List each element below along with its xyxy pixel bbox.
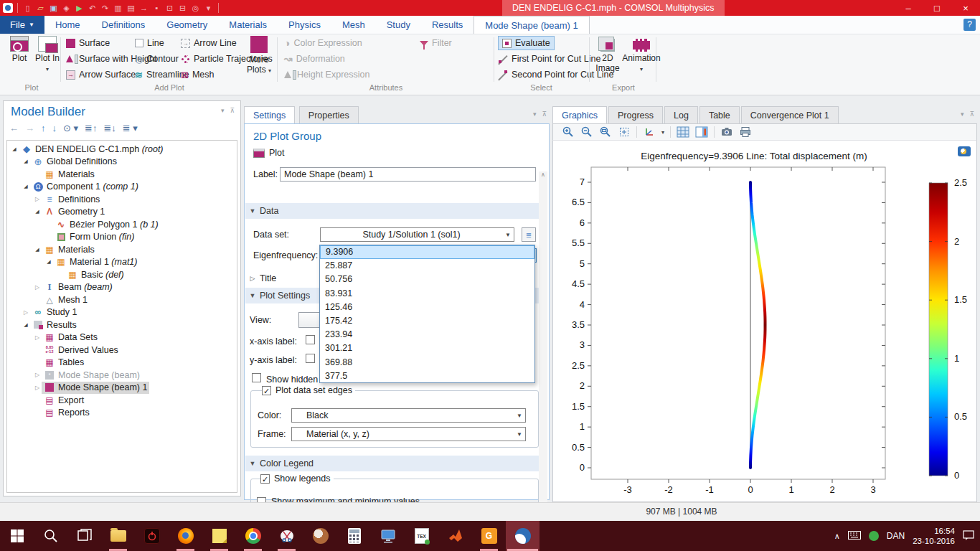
x-axis-label-checkbox[interactable] — [306, 335, 315, 344]
show-legends-checkbox[interactable] — [260, 474, 270, 484]
language-indicator[interactable]: DAN — [887, 531, 905, 541]
tree-item-definitions[interactable]: ▷≡Definitions — [7, 193, 237, 206]
tree-item-materials[interactable]: ▦Materials — [7, 168, 237, 181]
tree-item-global-definitions[interactable]: ◢⊕Global Definitions — [7, 156, 237, 169]
comsol-icon[interactable] — [506, 521, 540, 551]
clear-selection-icon[interactable]: ⊟ — [177, 3, 188, 14]
pin-icon[interactable]: ⊼ — [230, 107, 235, 114]
line-button[interactable]: Line — [135, 36, 164, 50]
restore-button[interactable]: □ — [923, 0, 951, 16]
tab-table[interactable]: Table — [699, 106, 740, 123]
new-file-icon[interactable]: ▯ — [22, 3, 33, 14]
section-data[interactable]: ▼Data — [245, 203, 541, 219]
tab-settings[interactable]: Settings — [244, 106, 295, 123]
contour-button[interactable]: ◎Contour — [135, 52, 179, 66]
undo-icon[interactable]: ↶ — [87, 3, 98, 14]
ribbon-tab-physics[interactable]: Physics — [278, 16, 331, 34]
ribbon-tab-home[interactable]: Home — [44, 16, 91, 34]
tab-progress[interactable]: Progress — [608, 106, 663, 123]
label-input[interactable]: Mode Shape (beam) 1 — [280, 167, 536, 182]
copy-icon[interactable]: ▥ — [113, 3, 123, 14]
action-center-icon[interactable] — [963, 530, 974, 542]
ribbon-tab-materials[interactable]: Materials — [218, 16, 278, 34]
tree-expander-icon[interactable]: ▷ — [33, 334, 42, 341]
ribbon-tab-geometry[interactable]: Geometry — [156, 16, 218, 34]
save-icon[interactable]: ▣ — [48, 3, 59, 14]
tree-expander-icon[interactable]: ◢ — [44, 259, 53, 265]
touch-keyboard-icon[interactable] — [848, 531, 861, 542]
save-as-icon[interactable]: ◈ — [61, 3, 72, 14]
tree-item-component-1[interactable]: ◢ΩComponent 1 (comp 1) — [7, 181, 237, 194]
snapshot-icon[interactable] — [720, 126, 733, 138]
tree-item-derived-values[interactable]: 8.85e-12Derived Values — [7, 344, 237, 357]
plot-edges-checkbox[interactable] — [262, 386, 271, 395]
mesh-plot-button[interactable]: ⊠Mesh — [181, 67, 214, 82]
ribbon-tab-mode-shape-beam-1[interactable]: Mode Shape (beam) 1 — [473, 16, 589, 34]
move-down-icon[interactable]: ↓ — [52, 123, 57, 133]
tree-item-export[interactable]: ▤Export — [7, 394, 237, 407]
expand-all-icon[interactable]: ≣↓ — [103, 123, 116, 133]
duplicate-icon[interactable]: → — [138, 3, 149, 14]
animation-button[interactable]: Animation▾ — [623, 36, 659, 82]
tree-expander-icon[interactable]: ◢ — [22, 159, 30, 164]
tree-item-mode-shape-beam-1[interactable]: ▷Mode Shape (beam) 1 — [7, 382, 237, 395]
tree-expander-icon[interactable]: ▷ — [33, 372, 42, 378]
tab-properties[interactable]: Properties — [299, 106, 359, 123]
qat-menu-arrow[interactable]: ▾ — [203, 3, 214, 14]
select-box-icon[interactable]: ⊡ — [164, 3, 175, 14]
arrow-line-button[interactable]: →Arrow Line — [181, 36, 237, 50]
zoom-in-icon[interactable] — [562, 126, 575, 138]
data-set-combo[interactable]: Study 1/Solution 1 (sol1)▼ — [320, 227, 514, 242]
paste-icon[interactable]: ▤ — [126, 3, 136, 14]
tree-item-form-union[interactable]: Form Union (fin) — [7, 231, 237, 244]
tree-expander-icon[interactable]: ◢ — [33, 247, 42, 253]
tree-item-mesh-1[interactable]: △Mesh 1 — [7, 293, 237, 306]
eigenfrequency-option[interactable]: 9.3906 — [320, 245, 534, 259]
refresh-solution-button[interactable]: ≣ — [522, 227, 536, 242]
tree-item-material-1[interactable]: ◢▦Material 1 (mat1) — [7, 256, 237, 269]
color-combo[interactable]: Black▼ — [291, 408, 526, 423]
frame-combo[interactable]: Material (x, y, z)▼ — [291, 427, 526, 441]
ribbon-tab-results[interactable]: Results — [421, 16, 473, 34]
eigenfrequency-option[interactable]: 369.88 — [320, 356, 534, 369]
default-view-icon[interactable] — [958, 146, 971, 156]
show-grid-icon[interactable] — [677, 126, 689, 138]
tree-expander-icon[interactable]: ◢ — [22, 184, 30, 189]
eigenfrequency-option[interactable]: 175.42 — [320, 314, 534, 328]
snipping-tool-icon[interactable] — [270, 521, 303, 551]
gpdf-icon[interactable]: G — [472, 521, 506, 551]
help-button[interactable]: ? — [963, 19, 976, 31]
pin-icon[interactable]: ⊼ — [969, 110, 974, 118]
tree-item-study-1[interactable]: ▷∞Study 1 — [7, 306, 237, 319]
arrow-surface-button[interactable]: →Arrow Surface — [66, 67, 136, 82]
eigenfrequency-option[interactable]: 25.887 — [320, 259, 534, 273]
tab-log[interactable]: Log — [664, 106, 698, 123]
dropdown-arrow[interactable]: ▾ — [661, 129, 664, 136]
start-button[interactable] — [0, 521, 34, 551]
go-to-default-view-icon[interactable] — [643, 126, 656, 138]
tree-item-data-sets[interactable]: ▷▦Data Sets — [7, 331, 237, 344]
sync-status-icon[interactable] — [869, 531, 879, 541]
show-hidden-checkbox[interactable] — [252, 373, 261, 382]
plot-in-button[interactable]: Plot In ▾ — [34, 36, 60, 82]
preview-icon[interactable]: ◎ — [190, 3, 201, 14]
ribbon-tab-study[interactable]: Study — [376, 16, 421, 34]
tree-item-tables[interactable]: ▦Tables — [7, 357, 237, 369]
firefox-icon[interactable] — [169, 521, 202, 551]
tree-expander-icon[interactable]: ◢ — [22, 322, 30, 328]
pin-icon[interactable]: ⊼ — [542, 110, 547, 118]
show-icon[interactable]: ⊙ ▾ — [63, 123, 78, 133]
tree-expander-icon[interactable]: ▷ — [33, 196, 42, 202]
node-text-icon[interactable]: ≣ ▾ — [123, 123, 138, 133]
tree-item-reports[interactable]: ▤Reports — [7, 407, 237, 420]
move-up-icon[interactable]: ↑ — [41, 123, 46, 133]
eigenfrequency-option[interactable]: 301.21 — [320, 342, 534, 355]
file-menu-button[interactable]: File▼ — [0, 16, 44, 34]
panel-menu-icon[interactable]: ▾ — [533, 110, 537, 118]
tree-expander-icon[interactable]: ◢ — [33, 209, 42, 215]
eigenfrequency-option[interactable]: 50.756 — [320, 273, 534, 286]
show-legends-row[interactable]: Show legends — [260, 471, 334, 486]
open-icon[interactable]: ▱ — [35, 3, 46, 14]
zoom-out-icon[interactable] — [580, 126, 593, 138]
plot-button[interactable]: Plot — [6, 36, 33, 82]
